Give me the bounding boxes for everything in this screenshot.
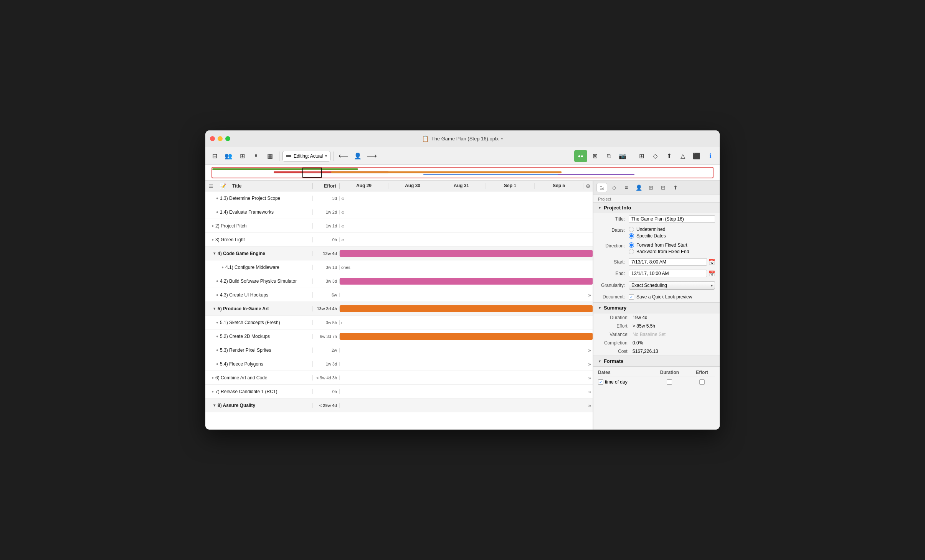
toolbar: ⊟ 👥 ⊞ ⠿ ▦ Editing: Actual ▾ ⟵ 👤 ⟶ ●● ⊠ ⧉… (205, 147, 720, 165)
focus-rectangle[interactable] (302, 168, 322, 178)
calendar-end-icon[interactable]: 📅 (709, 270, 715, 277)
disclosure-icon[interactable]: ▾ (211, 306, 217, 311)
dates-time-checkbox[interactable]: ✓ (598, 379, 603, 385)
disclosure-triangle-icon[interactable]: ▼ (598, 206, 601, 210)
radio-backward-icon (629, 249, 634, 254)
task-list: ● 1.3) Determine Project Scope 3d « ● 1.… (205, 191, 593, 430)
bullet-icon: ● (216, 210, 218, 214)
task-row: ▾ 4) Code Game Engine 12w 4d (205, 247, 593, 260)
close-button[interactable] (210, 136, 215, 141)
gantt-bar (340, 278, 593, 285)
task-title: ● 5.1) Sketch Concepts (Fresh) (205, 320, 313, 325)
dates-specific-option[interactable]: Specific Dates (629, 233, 666, 239)
network-button[interactable]: ⊠ (589, 150, 601, 162)
nav-left-icon: « (341, 237, 344, 243)
inspector-tab-diamond[interactable]: ◇ (609, 183, 619, 192)
chevron-down-icon: ▾ (325, 154, 327, 158)
inspector-toolbar: 🗂 ◇ ≡ 👤 ⊞ ⊟ ⬆ (593, 181, 720, 194)
inspector-tab-table[interactable]: ⊟ (658, 183, 669, 192)
task-effort: 6w 3d 7h (313, 334, 340, 339)
disclosure-formats-icon[interactable]: ▼ (598, 359, 601, 363)
triangle-button[interactable]: △ (677, 150, 689, 162)
task-bar-area (340, 274, 593, 288)
summary-duration: Duration: 19w 4d (593, 313, 720, 322)
upload-button[interactable]: ⬆ (663, 150, 675, 162)
segments-button[interactable]: ⠿ (250, 150, 262, 162)
toolbar-sep-2 (334, 152, 334, 161)
people-button[interactable]: 👥 (222, 150, 235, 162)
field-dates: Dates: Undetermined Specific Dates (593, 225, 720, 240)
effort-label: Effort: (598, 323, 633, 329)
grid-button[interactable]: ⊞ (236, 150, 248, 162)
task-title: ▾ 5) Produce In-Game Art (205, 306, 313, 311)
table-view-button[interactable]: ⊞ (635, 150, 648, 162)
task-title: ● 4.2) Build Software Physics Simulator (205, 278, 313, 284)
bullet-icon: ● (211, 376, 214, 380)
formats-header: Dates Duration Effort (598, 370, 715, 377)
view-right-button[interactable]: ⟶ (365, 150, 378, 162)
minimize-button[interactable] (218, 136, 223, 141)
task-bar-area (340, 247, 593, 260)
diamond-button[interactable]: ◇ (649, 150, 661, 162)
disclosure-icon[interactable]: ▾ (211, 403, 217, 408)
camera-button[interactable]: 📷 (616, 150, 629, 162)
bar-text: r (341, 320, 343, 325)
inspector-tab-export[interactable]: ⬆ (670, 183, 681, 192)
inspector-tab-project[interactable]: 🗂 (596, 183, 607, 192)
direction-forward-option[interactable]: Forward from Fixed Start (629, 242, 689, 248)
inspector-tab-person[interactable]: 👤 (633, 183, 644, 192)
disclosure-icon[interactable]: ▾ (211, 251, 217, 256)
inspector-tab-layout[interactable]: ⊞ (646, 183, 656, 192)
maximize-button[interactable] (225, 136, 230, 141)
calendar-icon[interactable]: 📅 (709, 259, 715, 265)
direction-radio-group: Forward from Fixed Start Backward from F… (629, 242, 689, 254)
task-effort: < 9w 4d 3h (313, 376, 340, 380)
task-title: ● 3) Green Light (205, 237, 313, 242)
dates-undetermined-option[interactable]: Undetermined (629, 227, 666, 232)
radio-forward-icon (629, 242, 634, 248)
sidebar-toggle-button[interactable]: ⊟ (208, 150, 221, 162)
task-effort: < 29w 4d (313, 403, 340, 408)
effort-time-checkbox[interactable] (699, 379, 705, 385)
info-button[interactable]: ℹ (704, 150, 717, 162)
summary-variance: Variance: No Baseline Set (593, 330, 720, 339)
editing-selector[interactable]: Editing: Actual ▾ (282, 151, 330, 161)
task-effort: 1w 1d (313, 224, 340, 228)
stop-button[interactable]: ⬛ (690, 150, 703, 162)
main-window: 📋 The Game Plan (Step 16).oplx ▾ ⊟ 👥 ⊞ ⠿… (205, 130, 720, 430)
document-checkbox[interactable]: ✓ (629, 294, 634, 300)
zoom-icon[interactable]: ⊕ (583, 183, 593, 189)
end-date-input[interactable] (629, 270, 707, 277)
task-bar-area: » (340, 288, 593, 301)
task-title: ● 5.3) Render Pixel Sprites (205, 348, 313, 353)
layout-button[interactable]: ▦ (264, 150, 276, 162)
task-row: ● 5.3) Render Pixel Sprites 2w » (205, 343, 593, 357)
summary-effort: Effort: > 85w 5.5h (593, 322, 720, 330)
variance-value: No Baseline Set (633, 332, 666, 337)
gantt-col-title: ☰ 📝 Title (205, 183, 313, 189)
disclosure-summary-icon[interactable]: ▼ (598, 306, 601, 310)
task-effort: 3w 3d (313, 279, 340, 283)
inspector-tab-bars[interactable]: ≡ (621, 183, 632, 192)
traffic-lights (210, 136, 230, 141)
view-left-button[interactable]: ⟵ (337, 150, 350, 162)
window-title: 📋 The Game Plan (Step 16).oplx ▾ (422, 135, 504, 142)
task-row: ● 4.3) Create UI Hookups 6w » (205, 288, 593, 302)
inspector-formats: ▼ Formats Dates Duration Effort (593, 356, 720, 389)
direction-backward-option[interactable]: Backward from Fixed End (629, 249, 689, 254)
start-date-row: 📅 (629, 258, 715, 266)
inspector-project-label: Project (593, 194, 720, 202)
title-input[interactable] (629, 215, 715, 223)
formats-col-dates: Dates (598, 370, 650, 375)
task-bar-area: « (340, 219, 593, 232)
person-button[interactable]: 👤 (352, 150, 364, 162)
split-button[interactable]: ⧉ (603, 150, 615, 162)
task-bar-area: » (340, 399, 593, 412)
duration-value: 19w 4d (633, 315, 648, 320)
green-button[interactable]: ●● (574, 150, 588, 162)
granularity-select[interactable]: Exact Scheduling (629, 281, 715, 290)
duration-time-checkbox[interactable] (667, 379, 672, 385)
start-date-input[interactable] (629, 258, 707, 266)
dates-field-label: Dates: (598, 227, 629, 233)
main-content: ☰ 📝 Title Effort Aug 29 Aug 30 Aug 31 Se… (205, 181, 720, 430)
